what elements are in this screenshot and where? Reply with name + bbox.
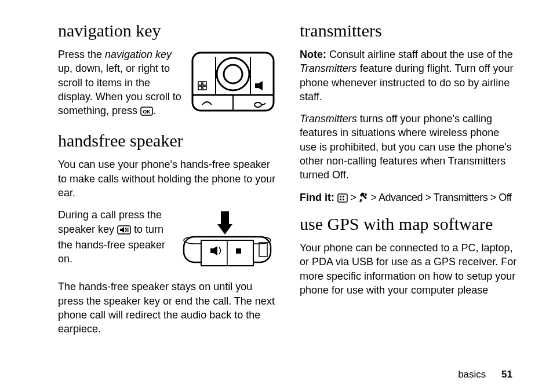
svg-rect-31 [340,196,341,197]
two-column-layout: navigation key [58,17,518,345]
svg-point-35 [365,193,367,196]
svg-rect-26 [120,229,122,231]
speaker-key-icon [117,224,131,238]
svg-rect-23 [236,248,241,254]
menu-grid-icon [337,192,348,206]
text: . [153,105,156,116]
path-sep1: > [348,192,359,203]
svg-rect-15 [221,211,229,224]
nav-key-icon [190,50,276,113]
ok-button-icon: OK [140,105,153,119]
svg-marker-27 [122,227,124,233]
svg-rect-36 [359,199,362,202]
heading-transmitters: transmitters [300,21,518,41]
svg-rect-10 [255,83,259,88]
svg-marker-16 [217,224,232,235]
left-column: navigation key [58,17,276,345]
handsfree-block: During a call press the speaker key to t… [58,208,276,280]
page-number: 51 [501,369,512,380]
find-it-line: Find it: > > Advanced > Transmitters > O… [300,190,518,206]
svg-point-1 [217,58,249,90]
svg-rect-7 [203,82,206,85]
svg-rect-34 [343,199,344,200]
nav-key-block: Press the navigation key up, down, left,… [58,47,276,127]
speaker-key-illustration [178,210,276,276]
manual-page: navigation key [0,0,553,392]
svg-rect-33 [340,199,341,200]
svg-point-2 [224,65,242,83]
svg-rect-30 [338,194,347,202]
svg-text:OK: OK [143,109,151,115]
transmitters-desc: Transmitters turns off your phone's call… [300,112,518,182]
handsfree-para1: You can use your phone's hands-free spea… [58,157,276,200]
page-footer: basics 51 [458,369,512,380]
transmitters-term: Transmitters [300,63,357,74]
find-it-label: Find it: [300,192,334,203]
text: up, down, left, or right to scroll to it… [58,63,181,116]
svg-rect-9 [203,86,206,90]
svg-rect-21 [210,248,213,253]
speaker-illustration-icon [178,210,276,274]
transmitters-note: Note: Consult airline staff about the us… [300,47,518,104]
right-column: transmitters Note: Consult airline staff… [300,17,518,345]
transmitters-term2: Transmitters [300,113,357,124]
find-path: > Advanced > Transmitters > Off [368,192,511,203]
heading-handsfree: handsfree speaker [58,131,276,151]
footer-section: basics [458,369,486,380]
text: Consult airline staff about the use of t… [326,49,513,60]
heading-gps: use GPS with map software [300,214,518,234]
note-label: Note: [300,49,326,60]
svg-marker-11 [259,81,263,90]
text: Press the [58,49,105,60]
svg-rect-8 [198,86,202,90]
navigation-key-illustration [190,50,276,116]
settings-tools-icon [359,192,368,206]
heading-navigation-key: navigation key [58,21,276,41]
svg-rect-6 [198,82,202,85]
svg-rect-32 [343,196,344,197]
handsfree-para3: The hands-free speaker stays on until yo… [58,280,276,336]
nav-key-term: navigation key [105,49,172,60]
gps-para1: Your phone can be connected to a PC, lap… [300,241,518,297]
svg-rect-24 [259,243,267,257]
